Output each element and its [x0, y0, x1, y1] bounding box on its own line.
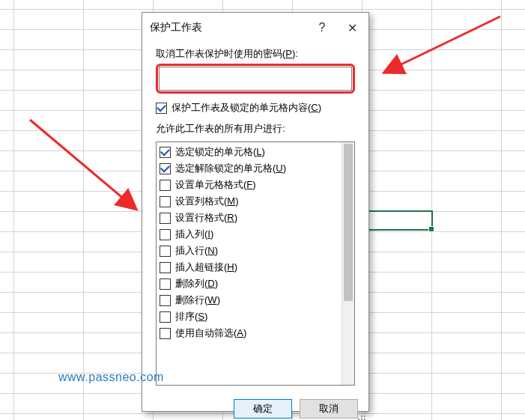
permission-row[interactable]: 选定锁定的单元格(L)	[160, 144, 339, 160]
allow-label: 允许此工作表的所有用户进行:	[156, 122, 355, 136]
close-button[interactable]: ✕	[337, 17, 367, 38]
permission-label: 排序(S)	[175, 310, 207, 323]
permission-row[interactable]: 选定解除锁定的单元格(U)	[160, 160, 339, 177]
protect-contents-row[interactable]: 保护工作表及锁定的单元格内容(C)	[156, 100, 355, 116]
resize-grip-icon[interactable]	[356, 411, 367, 420]
ok-button[interactable]: 确定	[234, 399, 292, 419]
permissions-list: 选定锁定的单元格(L)选定解除锁定的单元格(U)设置单元格格式(F)设置列格式(…	[156, 141, 355, 386]
scroll-thumb[interactable]	[344, 144, 353, 301]
permission-row[interactable]: 插入超链接(H)	[160, 259, 339, 276]
protect-contents-checkbox[interactable]	[156, 103, 167, 114]
permission-label: 选定锁定的单元格(L)	[175, 145, 265, 159]
help-button[interactable]: ?	[307, 17, 337, 38]
permission-label: 设置列格式(M)	[175, 195, 239, 208]
dialog-titlebar[interactable]: 保护工作表 ? ✕	[142, 13, 368, 43]
permission-checkbox[interactable]	[160, 196, 171, 207]
permission-row[interactable]: 设置单元格格式(F)	[160, 177, 339, 193]
permission-checkbox[interactable]	[160, 262, 171, 273]
permission-checkbox[interactable]	[160, 180, 171, 191]
permission-checkbox[interactable]	[160, 295, 171, 306]
permission-row[interactable]: 设置行格式(R)	[160, 210, 339, 226]
permission-label: 插入行(N)	[175, 244, 218, 258]
permission-checkbox[interactable]	[160, 246, 171, 257]
permission-row[interactable]: 插入行(N)	[160, 243, 339, 259]
dialog-buttons: 确定 取消	[142, 392, 368, 420]
permission-label: 插入列(I)	[175, 228, 213, 241]
permission-label: 使用自动筛选(A)	[175, 326, 246, 340]
dialog-body: 取消工作表保护时使用的密码(P): 保护工作表及锁定的单元格内容(C) 允许此工…	[142, 43, 368, 392]
permission-row[interactable]: 删除列(D)	[160, 276, 339, 292]
protect-contents-label: 保护工作表及锁定的单元格内容(C)	[172, 101, 321, 115]
permission-row[interactable]: 设置列格式(M)	[160, 193, 339, 210]
permission-label: 选定解除锁定的单元格(U)	[175, 162, 286, 175]
permission-label: 删除行(W)	[175, 293, 220, 307]
permission-checkbox[interactable]	[160, 279, 171, 290]
permission-checkbox[interactable]	[160, 328, 171, 339]
permission-row[interactable]: 插入列(I)	[160, 226, 339, 243]
password-highlight	[156, 64, 355, 94]
svg-rect-2	[364, 416, 365, 417]
permission-checkbox[interactable]	[160, 311, 171, 323]
permission-row[interactable]: 使用自动筛选(A)	[160, 325, 339, 341]
permission-checkbox[interactable]	[160, 163, 171, 174]
svg-rect-1	[361, 416, 362, 417]
svg-rect-0	[364, 413, 365, 414]
active-cell[interactable]	[363, 210, 433, 231]
cancel-button[interactable]: 取消	[300, 399, 358, 419]
permission-checkbox[interactable]	[160, 147, 171, 158]
permission-label: 插入超链接(H)	[175, 261, 237, 274]
permission-checkbox[interactable]	[160, 229, 171, 240]
watermark: www.passneo.com	[58, 371, 164, 384]
permission-label: 设置行格式(R)	[175, 211, 237, 225]
permission-row[interactable]: 排序(S)	[160, 308, 339, 325]
permission-label: 删除列(D)	[175, 277, 218, 290]
password-input[interactable]	[159, 67, 352, 91]
permission-row[interactable]: 删除行(W)	[160, 292, 339, 308]
password-label: 取消工作表保护时使用的密码(P):	[156, 47, 355, 61]
protect-sheet-dialog: 保护工作表 ? ✕ 取消工作表保护时使用的密码(P): 保护工作表及锁定的单元格…	[142, 12, 369, 412]
scrollbar[interactable]	[342, 142, 354, 385]
permission-checkbox[interactable]	[160, 213, 171, 224]
permissions-list-inner[interactable]: 选定锁定的单元格(L)选定解除锁定的单元格(U)设置单元格格式(F)设置列格式(…	[157, 142, 342, 385]
permission-label: 设置单元格格式(F)	[175, 178, 256, 192]
dialog-title: 保护工作表	[150, 21, 307, 34]
